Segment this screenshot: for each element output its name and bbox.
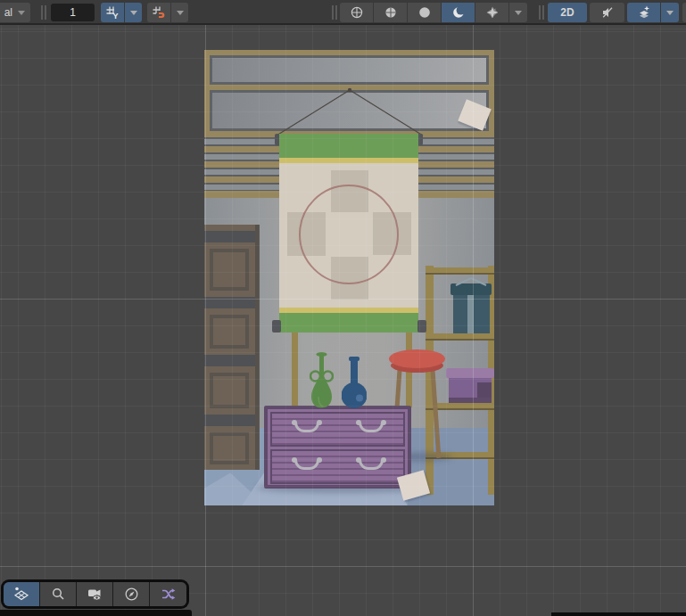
scene-visibility-dropdown[interactable] <box>661 3 679 22</box>
shuffle-icon <box>161 587 177 602</box>
magnifier-icon <box>51 587 66 602</box>
shaded-sphere-icon <box>417 5 432 20</box>
navigation-button[interactable] <box>113 582 150 606</box>
scene-viewport-artwork[interactable] <box>204 50 494 505</box>
purple-box-lid <box>446 368 494 378</box>
grid-major-line-horizontal <box>0 566 686 567</box>
chevron-down-icon <box>177 11 184 15</box>
search-button[interactable] <box>40 582 77 606</box>
svg-text:Y: Y <box>113 12 119 20</box>
2d-label: 2D <box>560 6 574 19</box>
scene-overlay-toolbar <box>1 579 189 609</box>
handle-bail <box>294 423 319 432</box>
handle-bail <box>359 423 384 432</box>
bottom-panel-edge-left <box>0 610 192 616</box>
scene-view-toolbar: al Y <box>0 0 686 25</box>
grid-size-input[interactable] <box>51 4 95 21</box>
shading-shaded-button[interactable] <box>408 3 442 22</box>
shading-mode-group <box>340 3 527 22</box>
drawer-handle <box>356 420 386 434</box>
scene-effects-button[interactable] <box>475 3 509 22</box>
scroll-circle-motif <box>299 185 399 284</box>
clipped-toolbar-button[interactable] <box>682 3 686 22</box>
shading-wireframe-button[interactable] <box>340 3 374 22</box>
green-vase <box>310 352 334 408</box>
scroll-body <box>279 163 418 308</box>
scene-effects-dropdown[interactable] <box>509 3 527 22</box>
tile-palette-button[interactable] <box>4 582 40 606</box>
chevron-down-icon <box>666 11 674 15</box>
scene-visibility-button[interactable] <box>627 3 661 22</box>
teal-box-bow <box>450 277 492 286</box>
stool-seat <box>389 349 445 368</box>
wireframe-sphere-icon <box>350 5 364 20</box>
blue-vase <box>342 357 367 409</box>
grid-snapping-button[interactable] <box>147 3 171 22</box>
2d-mode-toggle[interactable]: 2D <box>548 3 587 22</box>
grid-snapping-icon <box>152 5 166 20</box>
layers-sparkle-icon <box>637 5 651 20</box>
handle-bail <box>294 460 319 470</box>
dresser-drawer-bottom <box>270 449 405 484</box>
scroll-stand-leg-left <box>292 333 298 407</box>
scroll-top-band <box>279 134 418 158</box>
drawer-handle <box>292 420 322 434</box>
crescent-moon-icon <box>451 5 466 20</box>
chevron-down-icon <box>130 11 137 15</box>
purple-dresser <box>264 406 411 489</box>
grid-snapping-group <box>147 3 188 22</box>
audio-toggle-button[interactable] <box>590 3 624 22</box>
scroll-bottom-band <box>279 313 418 333</box>
camera-eye-icon <box>87 587 103 602</box>
shaded-wireframe-sphere-icon <box>384 5 398 20</box>
diamond-grid-icon <box>13 587 29 602</box>
audio-muted-icon <box>600 5 615 20</box>
toolbar-separator <box>332 5 334 20</box>
scene-visibility-group <box>627 3 679 22</box>
handle-bail <box>359 460 384 470</box>
teal-box-ribbon <box>467 295 474 333</box>
handle-orientation-dropdown[interactable]: al <box>0 3 30 22</box>
scene-camera-button[interactable] <box>77 582 113 606</box>
shuffle-button[interactable] <box>150 582 186 606</box>
grid-snapping-dropdown[interactable] <box>171 3 188 22</box>
lighting-toggle-button[interactable] <box>442 3 475 22</box>
grid-axis-y-button[interactable]: Y <box>101 3 125 22</box>
grid-axis-y-icon: Y <box>105 5 120 20</box>
compass-icon <box>124 587 139 602</box>
overlay-toolbar-row <box>4 582 186 606</box>
dresser-drawer-top <box>270 412 405 447</box>
toolbar-separator <box>539 5 541 20</box>
shading-shaded-wireframe-button[interactable] <box>374 3 408 22</box>
shelf-board <box>426 267 494 275</box>
chevron-down-icon <box>515 11 522 15</box>
toolbar-separator <box>41 5 43 20</box>
drawer-handle <box>356 457 386 472</box>
scroll-rod-cap <box>272 320 281 333</box>
grid-axis-dropdown[interactable] <box>125 3 142 22</box>
chevron-down-icon <box>18 11 25 15</box>
purple-box-base <box>449 398 492 403</box>
drawer-handle <box>292 457 322 472</box>
bottom-panel-edge-right <box>551 612 686 616</box>
grid-axis-group: Y <box>101 3 142 22</box>
effects-starburst-icon <box>485 5 500 20</box>
shelf-board <box>426 333 494 341</box>
handle-orientation-label: al <box>4 6 12 19</box>
scroll-rod-cap <box>417 320 426 333</box>
